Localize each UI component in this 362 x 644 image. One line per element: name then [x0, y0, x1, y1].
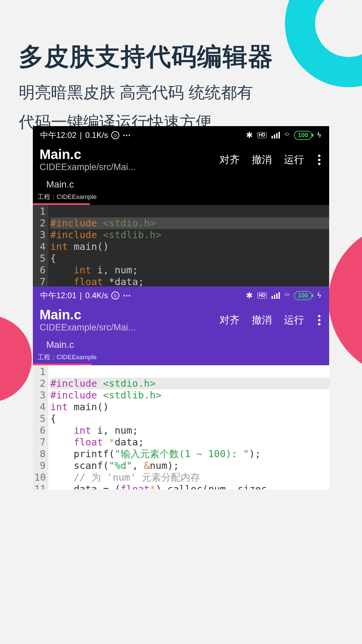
- overflow-menu-icon[interactable]: [316, 155, 322, 165]
- editor-light-theme: 中午12:01 | 0.4K/s ⍉ ⋯ ✱ HD ⌔ 100 ϟ Main.c…: [33, 286, 329, 489]
- decor-circle-pink-left: [0, 315, 32, 402]
- file-title: Main.c: [40, 307, 220, 322]
- file-path: CIDEExample/src/Mai...: [40, 162, 150, 172]
- line-number-gutter: 123456789101112: [33, 205, 48, 286]
- run-button[interactable]: 运行: [284, 153, 304, 167]
- charging-icon: ϟ: [317, 291, 322, 300]
- battery-indicator: 100: [294, 291, 312, 300]
- project-label: 工程：CIDEExample: [33, 192, 329, 203]
- code-area[interactable]: #include <stdio.h>#include <stdlib.h>int…: [48, 205, 329, 286]
- run-button[interactable]: 运行: [284, 313, 304, 327]
- charging-icon: ϟ: [317, 131, 322, 140]
- tab-row: Main.c 工程：CIDEExample: [33, 337, 329, 365]
- file-title: Main.c: [40, 147, 220, 162]
- hero-block: 多皮肤支持代码编辑器 明亮暗黑皮肤 高亮代码 统统都有 代码一键编译运行快速方便: [19, 40, 342, 133]
- code-editor[interactable]: 123456789101112 #include <stdio.h>#inclu…: [33, 205, 329, 286]
- no-disturb-icon: ⍉: [111, 291, 119, 300]
- status-bar: 中午12:01 | 0.4K/s ⍉ ⋯ ✱ HD ⌔ 100 ϟ: [33, 286, 329, 305]
- status-net-speed: 0.4K/s: [85, 291, 108, 300]
- file-path: CIDEExample/src/Mai...: [40, 322, 150, 333]
- project-label: 工程：CIDEExample: [33, 352, 329, 364]
- app-bar: Main.c CIDEExample/src/Mai... 对齐 撤消 运行: [33, 144, 329, 176]
- undo-button[interactable]: 撤消: [252, 313, 272, 327]
- status-time: 中午12:01: [40, 290, 76, 301]
- overflow-menu-icon[interactable]: [316, 315, 322, 325]
- status-time: 中午12:02: [40, 130, 76, 141]
- more-dots-icon: ⋯: [123, 291, 131, 300]
- signal-icon: [272, 132, 280, 139]
- bluetooth-icon: ✱: [246, 291, 253, 300]
- tab-main-c[interactable]: Main.c: [33, 178, 82, 192]
- hero-line-1: 明亮暗黑皮肤 高亮代码 统统都有: [19, 82, 342, 103]
- align-button[interactable]: 对齐: [220, 153, 240, 167]
- hd-badge: HD: [257, 292, 267, 298]
- code-editor[interactable]: 1234567891011121314 #include <stdio.h>#i…: [33, 365, 329, 489]
- battery-indicator: 100: [294, 131, 312, 140]
- more-dots-icon: ⋯: [123, 130, 131, 140]
- wifi-icon: ⌔: [285, 130, 289, 140]
- line-number-gutter: 1234567891011121314: [33, 365, 48, 489]
- code-area[interactable]: #include <stdio.h>#include <stdlib.h>int…: [48, 365, 329, 489]
- tab-row: Main.c 工程：CIDEExample: [33, 176, 329, 205]
- hero-title: 多皮肤支持代码编辑器: [19, 40, 342, 74]
- bluetooth-icon: ✱: [246, 130, 253, 140]
- editor-dark-theme: 中午12:02 | 0.1K/s ⍉ ⋯ ✱ HD ⌔ 100 ϟ Main.c…: [33, 126, 329, 286]
- app-bar: Main.c CIDEExample/src/Mai... 对齐 撤消 运行: [33, 305, 329, 337]
- undo-button[interactable]: 撤消: [252, 153, 272, 167]
- status-net-speed: 0.1K/s: [85, 130, 108, 140]
- wifi-icon: ⌔: [285, 291, 289, 300]
- signal-icon: [272, 292, 280, 299]
- decor-circle-pink-right: [328, 223, 362, 377]
- hd-badge: HD: [257, 132, 267, 138]
- tab-main-c[interactable]: Main.c: [33, 338, 82, 352]
- align-button[interactable]: 对齐: [220, 313, 240, 327]
- no-disturb-icon: ⍉: [111, 131, 119, 139]
- status-bar: 中午12:02 | 0.1K/s ⍉ ⋯ ✱ HD ⌔ 100 ϟ: [33, 126, 329, 144]
